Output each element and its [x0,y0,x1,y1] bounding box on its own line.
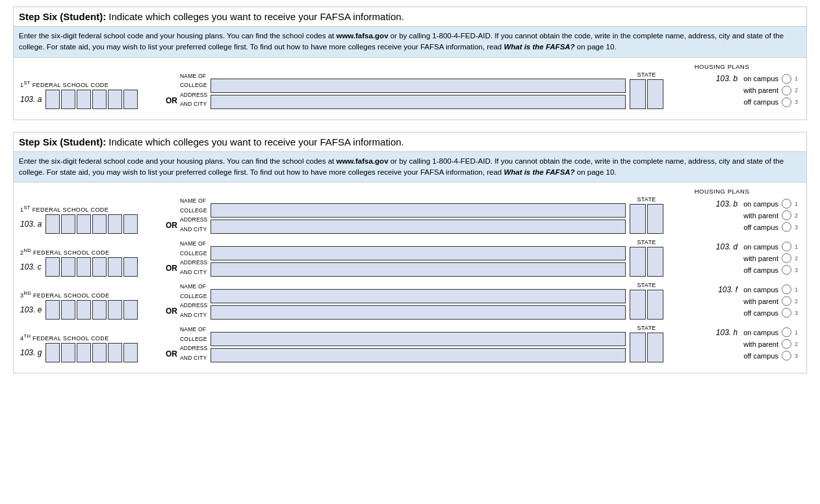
state-box-s2-103c-2[interactable] [647,247,663,277]
section-1-form-rows: HOUSING PLANS 1st Federal School Code 10… [14,58,806,120]
state-s2-103a: STATE [630,196,663,234]
s2-103g-box-6[interactable] [123,343,138,362]
section-2-title-text: Indicate which colleges you want to rece… [109,136,404,147]
s2-103e-box-4[interactable] [92,300,107,320]
section-1-info-box: Enter the six-digit federal school code … [14,27,806,58]
s2-103c-box-6[interactable] [123,257,138,277]
college-addr-s2-103a[interactable] [211,220,626,234]
code-box-6[interactable] [123,90,138,109]
section-1-title-bold: Step Six (Student): [19,11,106,22]
radio-off-campus-103b[interactable] [782,97,791,107]
college-name-s2-103c[interactable] [211,246,626,260]
housing-option-on-campus-103b: 103. b on campus 1 [670,74,800,84]
code-box-4[interactable] [92,90,107,109]
section-2: Step Six (Student): Indicate which colle… [13,132,807,374]
s2-103a-box-2[interactable] [61,214,75,234]
name-inputs-103a [211,79,626,109]
s2-103g-box-4[interactable] [92,343,107,362]
section-2-header: Step Six (Student): Indicate which colle… [14,132,806,152]
state-label-103a: STATE [637,71,656,78]
radio-on-campus-s2-103b[interactable] [782,199,791,208]
radio-num-3-103b: 3 [795,99,800,105]
s2-103e-box-1[interactable] [45,300,60,320]
code-box-1[interactable] [45,90,60,109]
state-box-s2-103e-1[interactable] [630,290,646,320]
fafsa-gov-link-s2[interactable]: www.fafsa.gov [336,157,388,165]
state-box-s2-103a-2[interactable] [647,204,663,234]
radio-on-campus-s2-103h[interactable] [782,327,791,337]
housing-plans-header-2: HOUSING PLANS [663,188,800,195]
s2-103g-box-3[interactable] [77,343,91,362]
state-box-s2-103c-1[interactable] [630,247,646,277]
s2-103e-box-6[interactable] [123,300,138,320]
section-2-title-bold: Step Six (Student): [19,136,106,147]
college-name-s2-103e[interactable] [211,289,626,303]
form-row-s2-103a: 1st Federal School Code 103. a [20,196,800,234]
form-row-s2-103g: 4th Federal School Code 103. g [20,325,800,362]
page-wrapper: Step Six (Student): Indicate which colle… [0,0,820,392]
s2-103a-box-3[interactable] [77,214,91,234]
code-label-s2-103a: 1st Federal School Code [20,205,138,213]
radio-off-campus-s2-103f[interactable] [782,308,791,318]
radio-on-campus-s2-103f[interactable] [782,284,791,294]
radio-with-parent-103b[interactable] [782,86,791,95]
state-box-1-103a[interactable] [630,79,646,109]
housing-question-label-103b: 103. b [716,74,737,83]
state-box-2-103a[interactable] [647,79,663,109]
question-code-group-103a: 1st Federal School Code 103. a [20,80,138,109]
s2-103a-box-4[interactable] [92,214,107,234]
state-box-s2-103g-2[interactable] [647,333,663,362]
radio-on-campus-103b[interactable] [782,74,791,84]
left-s2-103c: 2nd Federal School Code 103. c [20,239,163,277]
housing-group-103b: 103. b on campus 1 with parent 2 off cam… [663,71,800,109]
s2-103a-box-6[interactable] [123,214,138,234]
college-addr-s2-103e[interactable] [211,305,626,320]
s2-103e-box-3[interactable] [77,300,91,320]
section-1-title-text: Indicate which colleges you want to rece… [109,11,404,22]
s2-103c-box-5[interactable] [108,257,122,277]
code-box-3[interactable] [77,90,91,109]
radio-off-campus-s2-103b[interactable] [782,222,791,232]
s2-103c-box-3[interactable] [77,257,91,277]
code-boxes-103a [45,90,138,109]
college-addr-s2-103c[interactable] [211,262,626,277]
with-parent-label-103b: with parent [743,86,778,94]
radio-on-campus-s2-103d[interactable] [782,242,791,251]
state-box-s2-103g-1[interactable] [630,333,646,362]
s2-103g-box-1[interactable] [45,343,60,362]
s2-103a-box-5[interactable] [108,214,122,234]
radio-with-parent-s2-103h[interactable] [782,339,791,349]
radio-with-parent-s2-103d[interactable] [782,253,791,263]
housing-plans-header-1: HOUSING PLANS [663,63,800,70]
code-box-2[interactable] [61,90,75,109]
fafsa-gov-link[interactable]: www.fafsa.gov [336,32,388,40]
college-name-s2-103a[interactable] [211,203,626,218]
s2-103c-box-4[interactable] [92,257,107,277]
s2-103c-box-1[interactable] [45,257,60,277]
s2-103c-box-2[interactable] [61,257,75,277]
section-1-header: Step Six (Student): Indicate which colle… [14,7,806,27]
s2-103e-box-2[interactable] [61,300,75,320]
s2-103e-box-5[interactable] [108,300,122,320]
s2-103g-box-2[interactable] [61,343,75,362]
s2-103a-box-1[interactable] [45,214,60,234]
radio-off-campus-s2-103h[interactable] [782,351,791,360]
college-addr-s2-103g[interactable] [211,348,626,362]
state-box-s2-103a-1[interactable] [630,204,646,234]
question-id-103a: 103. a [20,95,42,104]
code-row-103a: 103. a [20,90,138,109]
q-id-s2-103a: 103. a [20,220,42,229]
college-name-input-103a[interactable] [211,79,626,93]
section-2-form-rows: HOUSING PLANS 1st Federal School Code 10… [14,183,806,373]
form-row-s2-103e: 3rd Federal School Code 103. e [20,282,800,320]
code-group-s2-103a: 1st Federal School Code 103. a [20,205,138,234]
radio-with-parent-s2-103f[interactable] [782,296,791,306]
radio-with-parent-s2-103b[interactable] [782,210,791,220]
state-box-s2-103e-2[interactable] [647,290,663,320]
college-address-input-103a[interactable] [211,95,626,109]
code-box-5[interactable] [108,90,122,109]
college-name-s2-103g[interactable] [211,332,626,346]
s2-103g-box-5[interactable] [108,343,122,362]
radio-off-campus-s2-103d[interactable] [782,265,791,275]
form-row-s2-103c: 2nd Federal School Code 103. c [20,239,800,277]
